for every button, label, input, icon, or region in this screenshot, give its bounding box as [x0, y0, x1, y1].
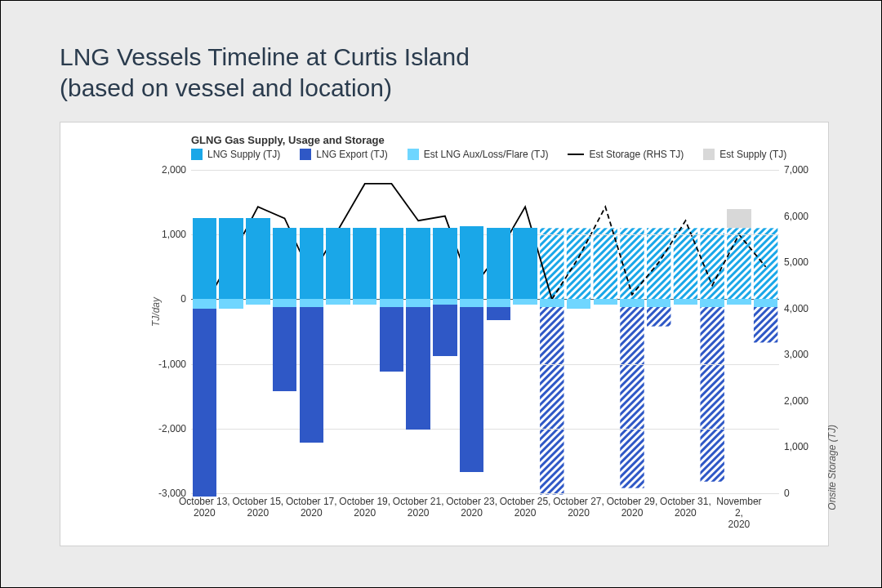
x-tick: November 2,2020	[713, 497, 765, 530]
bar-aux	[300, 299, 323, 307]
bar-supply	[406, 228, 430, 299]
bar-export	[193, 309, 216, 497]
svg-rect-3	[700, 307, 724, 482]
bar-aux	[754, 299, 777, 307]
legend-label-storage: Est Storage (RHS TJ)	[589, 149, 684, 160]
x-tick: October 13,2020	[178, 497, 230, 519]
y-right-tick: 7,000	[784, 164, 808, 176]
bar-supply	[246, 218, 270, 299]
title-line-1: LNG Vessels Timeline at Curtis Island	[60, 43, 470, 70]
bar-aux	[353, 299, 376, 304]
bar-aux	[727, 299, 751, 304]
x-tick: October 27,2020	[553, 497, 605, 519]
bar-aux	[273, 299, 296, 307]
legend-line-storage	[568, 154, 584, 155]
legend-label-export: LNG Export (TJ)	[316, 149, 387, 160]
svg-rect-1	[754, 228, 777, 299]
screenshot-frame: LNG Vessels Timeline at Curtis Island (b…	[0, 0, 882, 588]
bar-supply	[353, 228, 376, 299]
chart-title: GLNG Gas Supply, Usage and Storage	[191, 134, 385, 146]
svg-rect-6	[647, 307, 670, 327]
bar-aux	[326, 299, 350, 304]
y-right-tick: 5,000	[784, 256, 808, 268]
bar-export	[433, 305, 457, 356]
y-right-tick: 3,000	[784, 349, 808, 360]
bar-supply	[487, 228, 510, 299]
bar-aux	[513, 299, 537, 304]
bar-aux	[567, 299, 590, 309]
legend-label-est-supply: Est Supply (TJ)	[719, 149, 786, 160]
bar-supply	[513, 228, 537, 299]
x-tick: October 15,2020	[232, 497, 284, 519]
bar-aux	[380, 299, 403, 307]
y-right-tick: 1,000	[784, 441, 808, 452]
bar-aux	[406, 299, 430, 307]
bar-supply	[326, 228, 350, 299]
bar-aux	[674, 299, 697, 304]
bar-supply	[193, 218, 216, 299]
bar-export	[487, 307, 510, 320]
svg-rect-13	[540, 228, 564, 299]
bar-aux	[219, 299, 243, 309]
bar-supply	[460, 226, 483, 299]
legend-swatch-export	[300, 149, 311, 160]
title-line-2: (based on vessel and location)	[60, 74, 392, 101]
y-left-tick: 0	[180, 293, 186, 305]
plot-area: 2,0001,0000-1,000-2,000-3,0007,0006,0005…	[191, 170, 779, 494]
x-tick: October 19,2020	[339, 497, 391, 519]
y-right-tick: 6,000	[784, 211, 808, 222]
bar-supply	[273, 228, 296, 299]
y-axis-left-label: TJ/day	[150, 297, 162, 327]
chart-container: GLNG Gas Supply, Usage and Storage LNG S…	[60, 122, 829, 546]
y-left-tick: 1,000	[162, 229, 186, 240]
y-left-tick: -2,000	[158, 423, 186, 434]
svg-rect-2	[727, 228, 751, 299]
legend-label-aux: Est LNG Aux/Loss/Flare (TJ)	[424, 149, 549, 160]
svg-rect-12	[540, 307, 564, 495]
x-tick: October 23,2020	[446, 497, 498, 519]
bar-est-supply	[727, 209, 751, 229]
bar-export	[380, 307, 403, 372]
bar-aux	[647, 299, 670, 307]
svg-rect-0	[754, 307, 777, 343]
svg-rect-11	[567, 228, 590, 299]
y-left-tick: 2,000	[162, 164, 186, 176]
svg-rect-5	[674, 228, 697, 299]
bar-aux	[540, 299, 564, 307]
bar-supply	[433, 228, 457, 299]
bar-aux	[594, 299, 617, 304]
y-right-tick: 4,000	[784, 303, 808, 314]
page-title: LNG Vessels Timeline at Curtis Island (b…	[60, 42, 470, 103]
svg-rect-10	[594, 228, 617, 299]
legend: LNG Supply (TJ) LNG Export (TJ) Est LNG …	[191, 149, 786, 160]
bar-aux	[246, 299, 270, 304]
bar-aux	[460, 299, 483, 307]
x-tick: October 17,2020	[285, 497, 337, 519]
legend-swatch-aux	[408, 149, 419, 160]
legend-swatch-supply	[191, 149, 203, 160]
legend-swatch-est-supply	[703, 149, 715, 160]
bar-supply	[380, 228, 403, 299]
x-tick: October 29,2020	[606, 497, 658, 519]
svg-rect-8	[620, 307, 644, 488]
bar-aux	[487, 299, 510, 307]
svg-rect-7	[647, 228, 670, 299]
x-tick: October 31,2020	[659, 497, 711, 519]
bar-export	[300, 307, 323, 443]
bar-export	[273, 307, 296, 391]
legend-label-supply: LNG Supply (TJ)	[207, 149, 280, 160]
y-right-tick: 2,000	[784, 395, 808, 407]
bar-aux	[620, 299, 644, 307]
y-axis-right-label: Onsite Storage (TJ)	[826, 425, 838, 510]
bar-export	[406, 307, 430, 430]
bar-supply	[219, 218, 243, 299]
svg-rect-9	[620, 228, 644, 299]
x-tick: October 25,2020	[499, 497, 551, 519]
bar-supply	[300, 228, 323, 299]
x-tick: October 21,2020	[392, 497, 444, 519]
y-left-tick: -1,000	[158, 359, 186, 370]
bar-aux	[193, 299, 216, 309]
y-right-tick: 0	[784, 488, 790, 499]
bar-aux	[700, 299, 724, 307]
bar-export	[460, 307, 483, 472]
